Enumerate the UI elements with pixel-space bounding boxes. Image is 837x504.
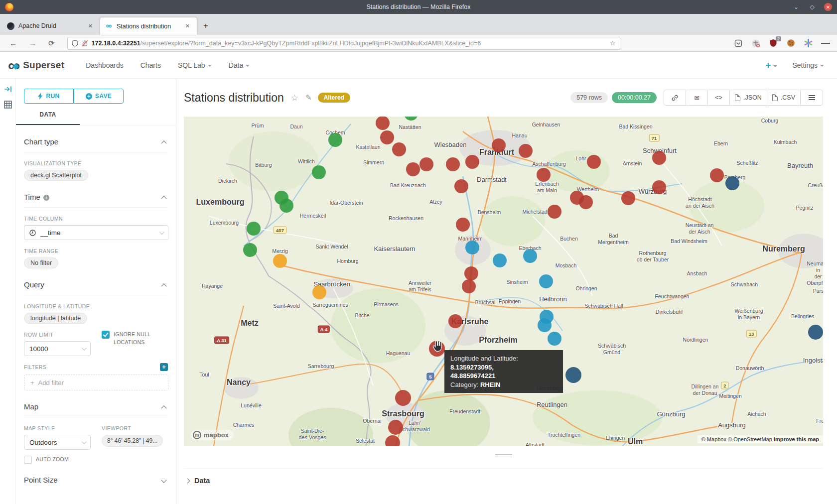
bookmark-star-icon[interactable]: ☆ (610, 39, 616, 47)
scatter-point[interactable] (548, 205, 561, 219)
nav-item-sql-lab[interactable]: SQL Lab (169, 61, 220, 69)
ublock-shield-icon[interactable]: 2 (769, 39, 778, 48)
time-range-value[interactable]: No filter (24, 257, 58, 268)
scatter-point[interactable] (376, 117, 390, 130)
email-button[interactable]: ✉ (686, 90, 708, 105)
export-json-button[interactable]: .JSON (730, 90, 767, 105)
section-header-point-size[interactable]: Point Size (24, 476, 168, 490)
tab-data[interactable]: DATA (16, 111, 80, 125)
forward-button[interactable]: → (24, 39, 41, 47)
scatter-point[interactable] (247, 222, 261, 236)
url-bar[interactable]: 172.18.0.4:32251/superset/explore/?form_… (67, 37, 620, 50)
extension-disabled-icon[interactable] (751, 39, 760, 48)
scatter-point[interactable] (243, 243, 257, 257)
scatter-point[interactable] (419, 157, 433, 171)
deckgl-scatter-map[interactable]: PrümDaunCochemNastättenGelnhausenBad Kis… (184, 117, 823, 446)
altered-badge[interactable]: Altered (318, 93, 350, 103)
window-close-button[interactable]: ✕ (824, 3, 832, 11)
map-style-select[interactable]: Outdoors (24, 435, 91, 450)
scatter-point[interactable] (519, 144, 533, 158)
cookie-icon[interactable] (786, 39, 795, 48)
add-filter-plus-button[interactable]: + (160, 363, 168, 371)
scatter-point[interactable] (380, 130, 394, 144)
save-button[interactable]: + SAVE (74, 89, 124, 104)
embed-code-button[interactable]: <> (708, 90, 730, 105)
scatter-point[interactable] (652, 180, 666, 194)
insecure-lock-icon[interactable] (82, 40, 88, 47)
favorite-star-icon[interactable]: ☆ (291, 93, 298, 103)
section-header-time[interactable]: Timei (24, 193, 168, 208)
viewport-value[interactable]: 8° 46' 45.28" | 49... (102, 435, 163, 447)
scatter-point[interactable] (273, 254, 287, 268)
firefox-menu-icon[interactable] (821, 39, 830, 48)
scatter-point[interactable] (523, 249, 537, 263)
scatter-point[interactable] (465, 241, 479, 254)
scatter-point[interactable] (587, 155, 601, 169)
lonlat-value[interactable]: longitude | latitude (24, 313, 87, 324)
scatter-point[interactable] (328, 133, 342, 147)
scatter-point[interactable] (465, 155, 479, 169)
scatter-point[interactable] (385, 435, 400, 446)
improve-map-link[interactable]: Improve this map (774, 436, 819, 442)
scatter-point[interactable] (312, 285, 326, 299)
scatter-point[interactable] (808, 325, 823, 340)
time-column-select[interactable]: __time (24, 225, 168, 240)
tab-close-icon[interactable]: ✕ (183, 22, 192, 30)
scatter-point[interactable] (462, 279, 476, 293)
nav-item-charts[interactable]: Charts (132, 61, 169, 69)
data-collapse-panel[interactable]: Data (184, 468, 823, 485)
tab-apache-druid[interactable]: Apache Druid ✕ (2, 17, 100, 35)
scatter-point[interactable] (539, 274, 553, 288)
scatter-point[interactable] (538, 318, 552, 332)
superset-logo[interactable]: ∞ Superset (8, 58, 64, 73)
scatter-point[interactable] (406, 162, 420, 176)
scatter-point[interactable] (395, 390, 411, 406)
scatter-point[interactable] (548, 332, 561, 346)
scatter-point[interactable] (621, 191, 635, 205)
pinwheel-extension-icon[interactable] (804, 39, 813, 48)
nav-item-dashboards[interactable]: Dashboards (77, 61, 132, 69)
back-button[interactable]: ← (5, 39, 21, 47)
scatter-point[interactable] (392, 142, 406, 156)
scatter-point[interactable] (652, 151, 666, 165)
scatter-point[interactable] (537, 168, 551, 182)
export-csv-button[interactable]: .CSV (767, 90, 801, 105)
auto-zoom-checkbox[interactable] (24, 456, 32, 464)
run-button[interactable]: RUN (24, 89, 74, 104)
ignore-null-checkbox[interactable] (102, 331, 110, 339)
copy-link-button[interactable] (664, 90, 686, 105)
scatter-point[interactable] (493, 253, 507, 267)
section-header-query[interactable]: Query (24, 280, 168, 295)
section-header-chart-type[interactable]: Chart type (24, 137, 168, 152)
reload-button[interactable]: ⟳ (44, 39, 59, 48)
scatter-point[interactable] (454, 179, 468, 193)
window-minimize-button[interactable]: ⌄ (792, 3, 800, 11)
scatter-point[interactable] (579, 195, 593, 209)
chart-menu-button[interactable] (801, 90, 823, 105)
scatter-point[interactable] (565, 367, 581, 383)
tab-stations-distribution[interactable]: ∞ Stations distribution ✕ (100, 17, 197, 35)
add-filter-dropzone[interactable]: + Add filter (24, 375, 168, 390)
scatter-point[interactable] (448, 314, 462, 328)
scatter-point[interactable] (710, 168, 724, 182)
scatter-point[interactable] (388, 420, 403, 435)
new-item-button[interactable]: + (765, 60, 777, 71)
resize-drag-handle[interactable] (495, 454, 512, 457)
viz-type-value[interactable]: deck.gl Scatterplot (24, 170, 88, 181)
scatter-point[interactable] (279, 199, 293, 213)
tracking-shield-icon[interactable] (72, 40, 78, 47)
tab-close-icon[interactable]: ✕ (86, 22, 95, 30)
scatter-point[interactable] (725, 176, 739, 190)
nav-item-data[interactable]: Data (220, 61, 259, 69)
mapbox-logo[interactable]: m mapbox (191, 430, 234, 440)
datasource-grid-icon[interactable] (4, 101, 12, 109)
scatter-point[interactable] (456, 218, 470, 232)
scatter-point[interactable] (312, 165, 326, 179)
scatter-point[interactable] (464, 266, 478, 280)
edit-properties-icon[interactable]: ✎ (305, 93, 312, 102)
pocket-icon[interactable] (734, 39, 743, 48)
scatter-point[interactable] (446, 157, 460, 171)
expand-panel-icon[interactable] (4, 86, 12, 93)
window-maximize-button[interactable]: ◇ (808, 3, 816, 11)
row-limit-select[interactable]: 10000 (24, 341, 91, 356)
